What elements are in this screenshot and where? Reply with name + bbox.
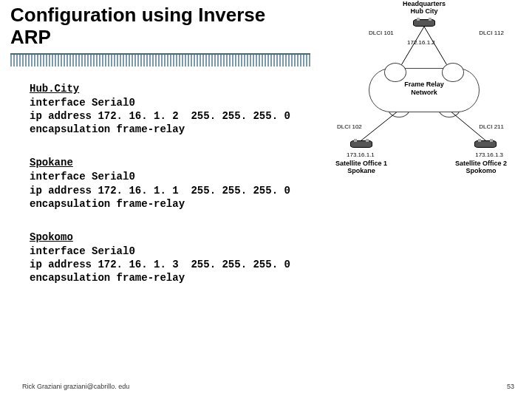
dlci-label-102: DLCI 102 <box>337 123 362 130</box>
hq-label-line1: Headquarters <box>391 0 457 7</box>
config-block-hubcity: Hub.City interface Serial0 ip address 17… <box>30 83 310 137</box>
config-block-spokomo: Spokomo interface Serial0 ip address 172… <box>30 231 310 285</box>
config-line: encapsulation frame-relay <box>30 123 310 136</box>
config-host-spokane: Spokane <box>30 157 310 168</box>
dlci-label-211: DLCI 211 <box>479 123 504 130</box>
router-icon-sat2 <box>474 140 497 148</box>
cloud-icon: Frame Relay Network <box>369 68 480 112</box>
cloud-label-line1: Frame Relay <box>404 81 444 88</box>
config-host-hubcity: Hub.City <box>30 83 310 95</box>
hq-label-line2: Hub City <box>391 7 457 15</box>
page-number: 53 <box>507 383 514 390</box>
sat2-ip-label: 173.16.1.3 <box>475 151 503 158</box>
config-line: encapsulation frame-relay <box>30 271 310 284</box>
sat2-label-line2: Spokomo <box>448 167 514 174</box>
config-block-spokane: Spokane interface Serial0 ip address 172… <box>30 157 310 211</box>
footer-author: Rick Graziani graziani@cabrillo. edu <box>22 383 129 390</box>
router-icon-hub <box>413 19 435 27</box>
title-underline <box>10 53 310 66</box>
sat2-label: Satellite Office 2 Spokomo <box>448 160 514 175</box>
network-diagram: Headquarters Hub City DLCI 101 DLCI 112 … <box>321 0 520 192</box>
footer: Rick Graziani graziani@cabrillo. edu 53 <box>22 383 514 390</box>
config-line: ip address 172. 16. 1. 2 255. 255. 255. … <box>30 109 310 123</box>
dlci-label-101: DLCI 101 <box>369 30 394 36</box>
router-icon-sat1 <box>350 140 372 148</box>
sat1-ip-label: 173.16.1.1 <box>347 151 375 158</box>
config-line: ip address 172. 16. 1. 3 255. 255. 255. … <box>30 258 310 271</box>
svg-line-0 <box>398 27 424 70</box>
config-host-spokomo: Spokomo <box>30 231 310 243</box>
cloud-label-line2: Network <box>411 89 437 96</box>
slide-title: Configuration using Inverse ARP <box>0 0 303 52</box>
hq-label: Headquarters Hub City <box>391 0 457 15</box>
config-line: interface Serial0 <box>30 245 310 258</box>
sat1-label-line1: Satellite Office 1 <box>328 160 395 167</box>
svg-line-1 <box>424 27 450 70</box>
config-line: interface Serial0 <box>30 170 310 183</box>
hub-ip-label: 172.16.1.2 <box>407 39 435 46</box>
dlci-label-112: DLCI 112 <box>479 30 504 36</box>
config-line: encapsulation frame-relay <box>30 197 310 211</box>
config-line: ip address 172. 16. 1. 1 255. 255. 255. … <box>30 184 310 197</box>
sat2-label-line1: Satellite Office 2 <box>448 160 514 167</box>
sat1-label: Satellite Office 1 Spokane <box>328 160 395 175</box>
config-line: interface Serial0 <box>30 96 310 109</box>
config-area: Hub.City interface Serial0 ip address 17… <box>0 66 310 285</box>
svg-line-2 <box>361 111 398 140</box>
sat1-label-line2: Spokane <box>328 167 395 174</box>
